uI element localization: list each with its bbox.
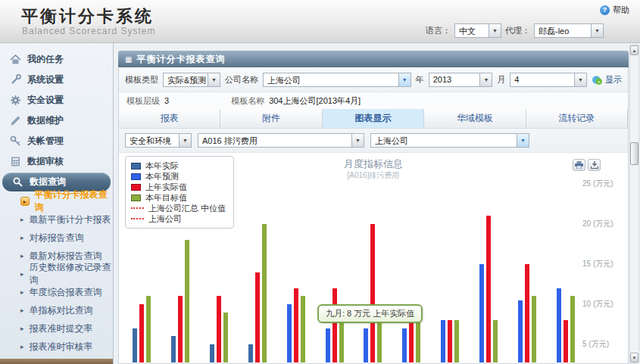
sidebar-subitem-历史数据修改记录查询[interactable]: ▸历史数据修改记录查询 — [0, 265, 113, 283]
arrow-right-icon: ▸ — [20, 288, 24, 296]
bar-本年目标值[interactable] — [454, 320, 459, 362]
arrow-right-icon: ▸ — [20, 343, 24, 350]
bar-本年目标值[interactable] — [377, 320, 382, 362]
bar-本年目标值[interactable] — [262, 224, 267, 362]
bar-本年目标值[interactable] — [185, 240, 189, 362]
bar-本年预测[interactable] — [518, 300, 523, 362]
indicator-select-value: A016 排污费用 — [198, 134, 351, 147]
bar-本年目标值[interactable] — [416, 320, 420, 362]
language-select[interactable]: 中文 ▼ — [454, 23, 501, 38]
month-select[interactable]: 4 ▼ — [510, 73, 587, 87]
tab-流转记录[interactable]: 流转记录 — [526, 109, 628, 128]
bar-本年目标值[interactable] — [339, 316, 344, 362]
sidebar-item-安全设置[interactable]: 安全设置 — [0, 90, 113, 110]
bar-本年预测[interactable] — [287, 304, 292, 362]
bar-本年实际[interactable] — [133, 328, 137, 362]
bar-本年预测[interactable] — [441, 320, 445, 362]
key-icon — [10, 135, 21, 147]
tab-图表显示[interactable]: 图表显示 — [323, 109, 424, 128]
agent-select[interactable]: 郎磊-leo ▼ — [534, 23, 604, 38]
chevron-down-icon[interactable]: ▼ — [517, 134, 529, 147]
scroll-thumb[interactable] — [630, 142, 638, 165]
sidebar-subitem-报表准时审核率[interactable]: ▸报表准时审核率 — [0, 338, 113, 356]
sidebar-subitem-单指标对比查询[interactable]: ▸单指标对比查询 — [0, 301, 113, 319]
bar-上年实际值[interactable] — [217, 296, 221, 362]
template-type-select[interactable]: 实际&预测 ▼ — [163, 73, 220, 87]
bar-本年目标值[interactable] — [493, 320, 498, 362]
bar-上年实际值[interactable] — [525, 264, 529, 362]
sidebar-subitem-label: 对标报告查询 — [30, 232, 84, 244]
bar-本年目标值[interactable] — [570, 296, 575, 362]
month-value: 4 — [510, 73, 574, 86]
tab-bar: 报表附件图表显示华域模板流转记录 — [119, 109, 628, 129]
sidebar-item-数据维护[interactable]: 数据维护 — [0, 110, 113, 131]
bar-本年目标值[interactable] — [301, 296, 305, 362]
indicator-select[interactable]: A016 排污费用▼ — [198, 133, 364, 148]
bar-group-六月 — [326, 153, 344, 362]
chevron-down-icon[interactable]: ▼ — [351, 134, 364, 147]
help-button[interactable]: ? 帮助 — [600, 5, 629, 16]
bar-group-八月 — [402, 153, 420, 362]
bar-本年实际[interactable] — [248, 344, 253, 362]
bar-本年预测[interactable] — [479, 264, 484, 362]
chevron-down-icon[interactable]: ▼ — [208, 73, 220, 86]
chevron-down-icon[interactable]: ▼ — [179, 134, 191, 147]
sidebar-subitem-报表准时提交率[interactable]: ▸报表准时提交率 — [0, 319, 113, 338]
bar-上年实际值[interactable] — [178, 296, 183, 362]
sidebar-subitem-年度综合报表查询[interactable]: ▸年度综合报表查询 — [0, 283, 113, 301]
vertical-scrollbar[interactable]: ▲ ▼ — [629, 45, 639, 363]
language-value: 中文 — [455, 24, 489, 37]
bar-本年目标值[interactable] — [146, 296, 151, 362]
sidebar-item-关帐管理[interactable]: 关帐管理 — [0, 131, 113, 151]
bar-本年预测[interactable] — [326, 328, 330, 362]
tab-附件[interactable]: 附件 — [220, 109, 322, 128]
sidebar-item-我的任务[interactable]: 我的任务 — [0, 49, 113, 70]
chevron-down-icon[interactable]: ▼ — [479, 73, 492, 86]
tab-华域模板[interactable]: 华域模板 — [424, 109, 526, 128]
bar-本年实际[interactable] — [210, 344, 214, 362]
bar-上年实际值[interactable] — [139, 304, 144, 362]
show-button[interactable]: 显示 — [592, 74, 622, 86]
bar-本年预测[interactable] — [557, 288, 561, 362]
sidebar-item-数据审核[interactable]: 数据审核 — [0, 151, 113, 172]
bar-上年实际值[interactable] — [448, 320, 452, 362]
legend-entry: 上海公司 — [131, 213, 226, 224]
sidebar-subitem-label: 报表准时提交率 — [30, 322, 93, 335]
bar-上年实际值[interactable] — [255, 272, 260, 362]
bar-上年实际值[interactable] — [564, 320, 568, 362]
bar-本年目标值[interactable] — [223, 313, 228, 362]
search-icon — [12, 176, 23, 188]
header-controls: 语言： 中文 ▼ 代理： 郎磊-leo ▼ — [426, 23, 604, 38]
bar-上年实际值[interactable] — [332, 288, 337, 362]
y-tick-label: 15 (万元) — [582, 259, 613, 269]
arrow-right-icon: ▸ — [20, 270, 24, 278]
tab-报表[interactable]: 报表 — [119, 109, 220, 128]
sidebar-subitem-最新平衡计分卡报表[interactable]: ▸最新平衡计分卡报表 — [0, 210, 113, 229]
chevron-down-icon[interactable]: ▼ — [574, 73, 586, 86]
bar-本年预测[interactable] — [402, 328, 407, 362]
chevron-down-icon[interactable]: ▼ — [591, 24, 603, 37]
chevron-down-icon[interactable]: ▼ — [398, 73, 411, 86]
sidebar-subitem-平衡计分卡报表查询[interactable]: ▸平衡计分卡报表查询 — [0, 192, 113, 210]
year-select[interactable]: 2013 ▼ — [429, 73, 493, 87]
template-type-label: 模板类型 — [125, 74, 158, 86]
chart-area: 月度指标信息 [A016]排污费用 本年实际本年预测上年实际值本年目标值上海公司… — [119, 153, 628, 362]
sidebar-item-系统设置[interactable]: 系统设置 — [0, 70, 113, 90]
bar-本年预测[interactable] — [364, 328, 368, 362]
company-select[interactable]: 上海公司▼ — [370, 133, 529, 148]
grid-icon: ▦ — [125, 55, 132, 64]
bar-上年实际值[interactable] — [486, 216, 491, 362]
chevron-down-icon[interactable]: ▼ — [489, 24, 501, 37]
category-select[interactable]: 安全和环境▼ — [125, 133, 192, 148]
bar-本年目标值[interactable] — [532, 296, 536, 362]
app-header: 平衡计分卡系统 Balanced Scorecard System ? 帮助 语… — [0, 0, 640, 43]
scroll-up-button[interactable]: ▲ — [630, 45, 638, 55]
sidebar-subitem-对标报告查询[interactable]: ▸对标报告查询 — [0, 229, 113, 247]
bar-本年实际[interactable] — [171, 336, 176, 362]
scroll-down-button[interactable]: ▼ — [630, 353, 638, 362]
company-name-select[interactable]: 上海公司 ▼ — [263, 73, 411, 87]
bar-上年实际值[interactable] — [409, 320, 414, 362]
bar-上年实际值[interactable] — [370, 224, 375, 362]
help-label: 帮助 — [613, 5, 629, 16]
bar-上年实际值[interactable] — [294, 288, 298, 362]
